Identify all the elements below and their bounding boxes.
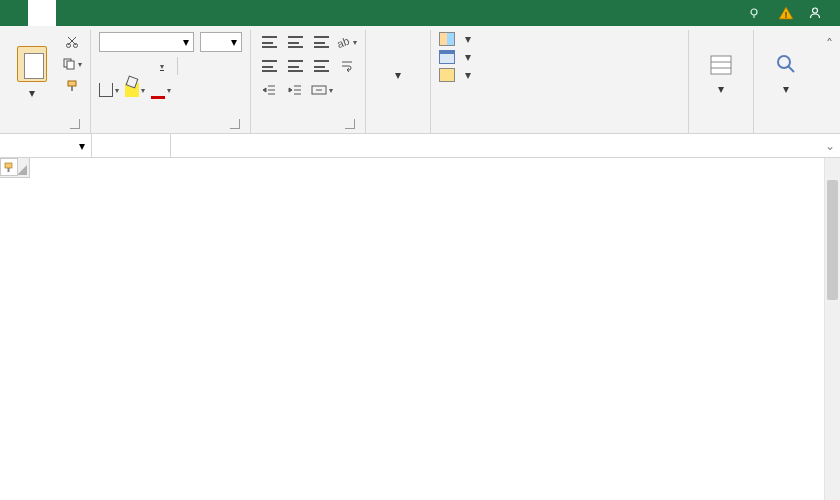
dialog-launcher-icon[interactable] bbox=[345, 119, 355, 129]
spreadsheet-grid[interactable] bbox=[0, 158, 840, 500]
font-name-combo[interactable]: ▾ bbox=[99, 32, 194, 52]
group-editing: ▾ bbox=[754, 30, 818, 133]
increase-indent-button[interactable] bbox=[285, 80, 305, 100]
tab-home[interactable] bbox=[28, 0, 56, 26]
copy-button[interactable]: ▾ bbox=[62, 54, 82, 74]
svg-rect-12 bbox=[71, 86, 73, 91]
cells-button[interactable]: ▾ bbox=[697, 32, 745, 110]
bold-button[interactable] bbox=[99, 56, 119, 76]
format-painter-button[interactable] bbox=[62, 76, 82, 96]
italic-button[interactable] bbox=[125, 56, 145, 76]
decrease-indent-button[interactable] bbox=[259, 80, 279, 100]
name-box[interactable]: ▾ bbox=[0, 134, 92, 157]
collapse-ribbon-button[interactable]: ˄ bbox=[818, 30, 840, 133]
tab-view[interactable] bbox=[196, 0, 224, 26]
lightbulb-icon bbox=[748, 7, 760, 19]
insert-options-button[interactable] bbox=[0, 158, 18, 176]
scissors-icon bbox=[65, 35, 79, 49]
shrink-font-button[interactable] bbox=[210, 56, 230, 76]
share-button[interactable] bbox=[808, 6, 826, 20]
group-label-editing-blank bbox=[762, 115, 810, 131]
bucket-icon bbox=[125, 83, 139, 97]
wrap-text-button[interactable] bbox=[337, 56, 357, 76]
tab-data[interactable] bbox=[140, 0, 168, 26]
align-middle-button[interactable] bbox=[285, 32, 305, 52]
font-color-button[interactable]: ▾ bbox=[151, 80, 171, 100]
align-icon bbox=[288, 36, 303, 48]
align-center-button[interactable] bbox=[285, 56, 305, 76]
indent-right-icon bbox=[288, 83, 302, 97]
scrollbar-thumb[interactable] bbox=[827, 180, 838, 300]
fill-color-button[interactable]: ▾ bbox=[125, 80, 145, 100]
dialog-launcher-icon[interactable] bbox=[70, 119, 80, 129]
cell-styles-button[interactable]: ▾ bbox=[439, 68, 471, 82]
svg-line-20 bbox=[788, 66, 794, 72]
dialog-launcher-icon[interactable] bbox=[230, 119, 240, 129]
group-styles: ▾ ▾ ▾ bbox=[431, 30, 689, 133]
svg-rect-21 bbox=[5, 163, 12, 168]
font-size-combo[interactable]: ▾ bbox=[200, 32, 242, 52]
conditional-formatting-button[interactable]: ▾ bbox=[439, 32, 471, 46]
group-label-clipboard bbox=[8, 115, 82, 131]
svg-text:!: ! bbox=[785, 10, 788, 20]
group-cells: ▾ bbox=[689, 30, 754, 133]
tab-formulas[interactable] bbox=[112, 0, 140, 26]
group-font: ▾ ▾ ▾ ▾ ▾ ▾ bbox=[91, 30, 251, 133]
group-number: ▾ bbox=[366, 30, 431, 133]
orientation-icon: ab bbox=[337, 35, 351, 49]
warning-icon: ! bbox=[778, 6, 794, 20]
chevron-down-icon: ▾ bbox=[395, 68, 401, 82]
indent-left-icon bbox=[262, 83, 276, 97]
align-icon bbox=[314, 36, 329, 48]
formula-bar: ▾ ⌄ bbox=[0, 134, 840, 158]
svg-text:ab: ab bbox=[337, 35, 351, 49]
person-icon bbox=[808, 6, 822, 20]
merge-center-button[interactable]: ▾ bbox=[311, 80, 333, 100]
svg-rect-10 bbox=[67, 61, 74, 69]
svg-rect-16 bbox=[711, 56, 731, 74]
align-left-button[interactable] bbox=[259, 56, 279, 76]
align-icon bbox=[288, 60, 303, 72]
font-color-icon bbox=[151, 83, 165, 97]
brush-icon bbox=[65, 79, 79, 93]
underline-button[interactable]: ▾ bbox=[151, 56, 171, 76]
borders-button[interactable]: ▾ bbox=[99, 80, 119, 100]
group-label-font bbox=[99, 115, 242, 131]
tab-file[interactable] bbox=[0, 0, 28, 26]
align-right-button[interactable] bbox=[311, 56, 331, 76]
group-clipboard: ▾ ▾ bbox=[0, 30, 91, 133]
group-label-styles bbox=[439, 115, 680, 131]
tab-insert[interactable] bbox=[56, 0, 84, 26]
align-icon bbox=[314, 60, 329, 72]
tab-review[interactable] bbox=[168, 0, 196, 26]
group-label-number bbox=[374, 115, 422, 131]
table-icon bbox=[439, 50, 455, 64]
orientation-button[interactable]: ab▾ bbox=[337, 32, 357, 52]
border-icon bbox=[99, 83, 113, 97]
align-icon bbox=[262, 36, 277, 48]
align-bottom-button[interactable] bbox=[311, 32, 331, 52]
svg-point-4 bbox=[813, 8, 818, 13]
chevron-down-icon: ▾ bbox=[79, 139, 85, 153]
cells-area[interactable] bbox=[30, 178, 824, 500]
chevron-down-icon: ▾ bbox=[29, 86, 35, 100]
align-icon bbox=[262, 60, 277, 72]
expand-formula-bar-button[interactable]: ⌄ bbox=[820, 134, 840, 157]
row-headers bbox=[0, 178, 30, 500]
group-label-cells-blank bbox=[697, 115, 745, 131]
vertical-scrollbar[interactable] bbox=[824, 158, 840, 500]
tell-me-search[interactable] bbox=[748, 7, 764, 19]
formula-input[interactable] bbox=[171, 134, 820, 157]
editing-button[interactable]: ▾ bbox=[762, 32, 810, 110]
number-format-button[interactable]: ▾ bbox=[374, 32, 422, 110]
paste-button[interactable]: ▾ bbox=[8, 32, 56, 110]
wrap-icon bbox=[340, 59, 354, 73]
search-icon bbox=[774, 50, 798, 78]
title-tabs: ! bbox=[0, 0, 840, 26]
cut-button[interactable] bbox=[62, 32, 82, 52]
copy-icon bbox=[62, 57, 76, 71]
grow-font-button[interactable] bbox=[184, 56, 204, 76]
format-as-table-button[interactable]: ▾ bbox=[439, 50, 471, 64]
align-top-button[interactable] bbox=[259, 32, 279, 52]
tab-page-layout[interactable] bbox=[84, 0, 112, 26]
